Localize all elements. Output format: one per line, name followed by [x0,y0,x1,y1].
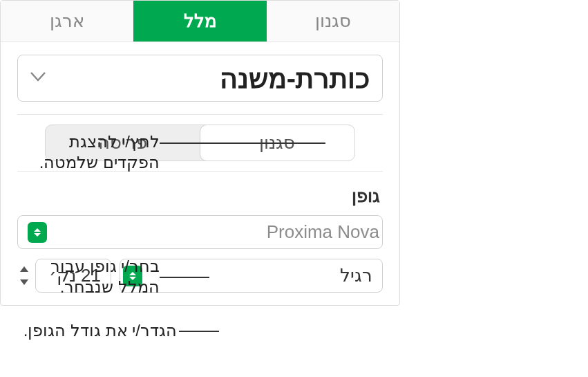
paragraph-style-label: כותרת-משנה [220,62,370,94]
paragraph-style-dropdown[interactable]: כותרת-משנה [17,55,383,102]
callout-segment: לחץ/י להצגת הפקדים שלמטה. [8,131,160,173]
callout-line [160,277,209,278]
divider [17,114,383,115]
callout-line [179,331,219,332]
callout-size: הגדר/י את גודל הגופן. [0,320,177,341]
callout-line [160,142,325,144]
font-weight-value: רגיל [340,265,372,286]
callout-font: בחר/י גופן עבור המלל שנבחר. [8,256,160,297]
tab-arrange[interactable]: ארגן [1,1,133,42]
main-tab-bar: סגנון מלל ארגן [1,1,399,42]
dropdown-handle-icon [28,222,47,243]
font-family-value: Proxima Nova [267,221,379,243]
chevron-down-icon [30,72,46,84]
font-section-label: גופן [20,185,380,207]
tab-text[interactable]: מלל [133,1,266,42]
font-family-dropdown[interactable]: Proxima Nova [17,215,383,249]
tab-style[interactable]: סגנון [267,1,399,42]
